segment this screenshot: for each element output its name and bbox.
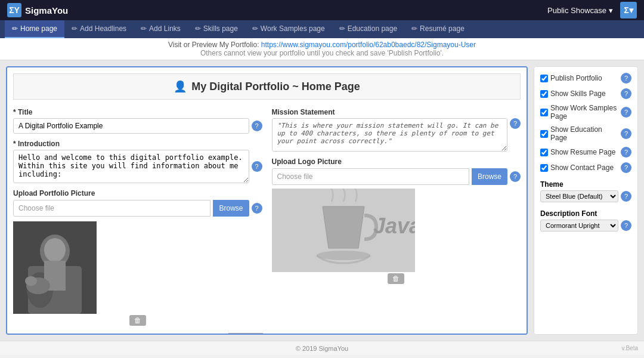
- java-logo-delete-bar: 🗑: [272, 273, 521, 284]
- theme-help-icon[interactable]: ?: [621, 191, 631, 202]
- form-actions: Save or Cancel: [13, 333, 521, 335]
- show-resume-label: Show Resume Page: [550, 148, 618, 156]
- portfolio-photo-delete-button[interactable]: 🗑: [129, 315, 146, 326]
- mission-help-icon[interactable]: ?: [510, 118, 521, 129]
- tab-home-label: Home page: [20, 24, 57, 33]
- show-education-row: Show Education Page ?: [540, 125, 631, 142]
- tab-home[interactable]: ✏ Home page: [5, 20, 64, 38]
- show-contact-row: Show Contact Page ?: [540, 162, 631, 173]
- title-help-icon[interactable]: ?: [252, 121, 262, 131]
- intro-textarea[interactable]: Hello and welcome to this digital portfo…: [13, 150, 249, 183]
- title-input[interactable]: [13, 118, 249, 134]
- tab-work-samples[interactable]: ✏ Work Samples page: [245, 20, 332, 38]
- show-contact-help-icon[interactable]: ?: [621, 162, 631, 173]
- portfolio-url-link[interactable]: https://www.sigmayou.com/portfolio/62ab0…: [261, 41, 476, 49]
- public-showcase-dropdown[interactable]: Public Showcase ▾: [547, 6, 613, 15]
- upload-portfolio-label: Upload Portfolio Picture: [13, 189, 262, 197]
- show-skills-help-icon[interactable]: ?: [621, 88, 631, 99]
- sigma-icon: ΣY: [7, 3, 21, 17]
- user-dropdown-arrow: ▾: [629, 5, 633, 15]
- tab-skills[interactable]: ✏ Skills page: [188, 20, 245, 38]
- show-work-label: Show Work Samples Page: [550, 104, 618, 121]
- logo-file-display: Choose file: [272, 168, 469, 185]
- portfolio-choose-file: Choose file: [18, 204, 54, 212]
- mission-input-row: "This is where your mission statement wi…: [272, 118, 521, 152]
- tab-home-icon: ✏: [12, 24, 18, 33]
- publish-help-icon[interactable]: ?: [621, 73, 631, 84]
- brand-logo[interactable]: ΣY SigmaYou: [7, 3, 68, 17]
- tab-headlines[interactable]: ✏ Add Headlines: [64, 20, 134, 38]
- show-work-help-icon[interactable]: ?: [621, 107, 631, 118]
- logo-file-row: Choose file Browse ?: [272, 168, 521, 185]
- tab-edu-label: Education page: [348, 24, 397, 33]
- show-resume-row: Show Resume Page ?: [540, 147, 631, 158]
- font-select-row: Cormorant Upright Arial Times New Roman …: [540, 220, 631, 232]
- publish-portfolio-row: Publish Portfolio ?: [540, 73, 631, 84]
- upload-portfolio-section: Upload Portfolio Picture Choose file Bro…: [13, 189, 262, 326]
- theme-section: Theme Steel Blue (Default) Ocean Blue Fo…: [540, 180, 631, 202]
- theme-select-row: Steel Blue (Default) Ocean Blue Forest G…: [540, 190, 631, 202]
- publish-warning: Others cannot view your portfolio until …: [200, 49, 444, 57]
- tab-resume[interactable]: ✏ Resumé page: [404, 20, 472, 38]
- svg-point-11: [317, 251, 370, 260]
- show-contact-checkbox[interactable]: [540, 164, 548, 172]
- show-education-help-icon[interactable]: ?: [621, 128, 631, 139]
- tabbar: ✏ Home page ✏ Add Headlines ✏ Add Links …: [0, 20, 644, 38]
- title-input-row: ?: [13, 118, 262, 134]
- show-work-row: Show Work Samples Page ?: [540, 104, 631, 121]
- portfolio-file-display: Choose file: [13, 200, 210, 217]
- tab-links-label: Add Links: [149, 24, 181, 33]
- mission-textarea[interactable]: "This is where your mission statement wi…: [272, 118, 508, 152]
- form-left-col: * Title ? * Introduction Hello and welco…: [13, 108, 262, 326]
- theme-select[interactable]: Steel Blue (Default) Ocean Blue Forest G…: [540, 190, 618, 202]
- show-skills-row: Show Skills Page ?: [540, 88, 631, 99]
- show-resume-checkbox[interactable]: [540, 149, 548, 156]
- portfolio-photo-svg: [13, 221, 97, 314]
- tab-skills-label: Skills page: [203, 24, 238, 33]
- tab-resume-label: Resumé page: [420, 24, 465, 33]
- footer-copyright: © 2019 SigmaYou: [296, 345, 348, 352]
- show-skills-checkbox[interactable]: [540, 90, 548, 98]
- intro-input-row: Hello and welcome to this digital portfo…: [13, 150, 262, 183]
- navbar: ΣY SigmaYou Public Showcase ▾ Σ ▾: [0, 0, 644, 20]
- tab-resume-icon: ✏: [411, 24, 417, 33]
- svg-text:Java: Java: [373, 214, 415, 238]
- font-section: Description Font Cormorant Upright Arial…: [540, 209, 631, 232]
- portfolio-header: 👤 My Digital Portfolio ~ Home Page: [13, 73, 521, 100]
- save-button[interactable]: Save: [227, 333, 264, 335]
- portfolio-upload-help-icon[interactable]: ?: [252, 203, 262, 214]
- public-showcase-label: Public Showcase: [547, 6, 606, 15]
- tab-work-icon: ✏: [252, 24, 258, 33]
- footer-version: v.Beta: [621, 345, 638, 351]
- portfolio-header-icon: 👤: [174, 80, 187, 93]
- show-work-checkbox[interactable]: [540, 109, 548, 116]
- upload-logo-label: Upload Logo Picture: [272, 158, 521, 166]
- svg-point-8: [25, 276, 37, 286]
- tab-headlines-label: Add Headlines: [80, 24, 126, 33]
- infobar: Visit or Preview My Portfolio: https://w…: [0, 38, 644, 60]
- footer: © 2019 SigmaYou v.Beta: [0, 341, 644, 355]
- font-select[interactable]: Cormorant Upright Arial Times New Roman …: [540, 220, 618, 232]
- dropdown-arrow-icon: ▾: [609, 6, 613, 15]
- logo-browse-button[interactable]: Browse: [472, 168, 507, 185]
- portfolio-browse-button[interactable]: Browse: [213, 200, 249, 217]
- form-right-col: Mission Statement "This is where your mi…: [272, 108, 521, 326]
- tab-education[interactable]: ✏ Education page: [332, 20, 404, 38]
- publish-portfolio-label: Publish Portfolio: [550, 74, 618, 82]
- show-resume-help-icon[interactable]: ?: [621, 147, 631, 158]
- show-education-checkbox[interactable]: [540, 130, 548, 138]
- mission-label: Mission Statement: [272, 108, 521, 116]
- portfolio-header-title: My Digital Portfolio ~ Home Page: [191, 81, 360, 93]
- intro-help-icon[interactable]: ?: [252, 161, 262, 172]
- center-panel: 👤 My Digital Portfolio ~ Home Page * Tit…: [6, 66, 528, 335]
- upload-logo-section: Upload Logo Picture Choose file Browse ?: [272, 158, 521, 284]
- tab-links[interactable]: ✏ Add Links: [134, 20, 188, 38]
- user-menu[interactable]: Σ ▾: [620, 2, 637, 18]
- main-content: 👤 My Digital Portfolio ~ Home Page * Tit…: [0, 60, 644, 341]
- java-logo-delete-button[interactable]: 🗑: [388, 273, 404, 284]
- theme-label: Theme: [540, 180, 631, 189]
- tab-links-icon: ✏: [141, 24, 147, 33]
- logo-upload-help-icon[interactable]: ?: [510, 171, 521, 182]
- font-help-icon[interactable]: ?: [621, 220, 631, 231]
- publish-portfolio-checkbox[interactable]: [540, 75, 548, 82]
